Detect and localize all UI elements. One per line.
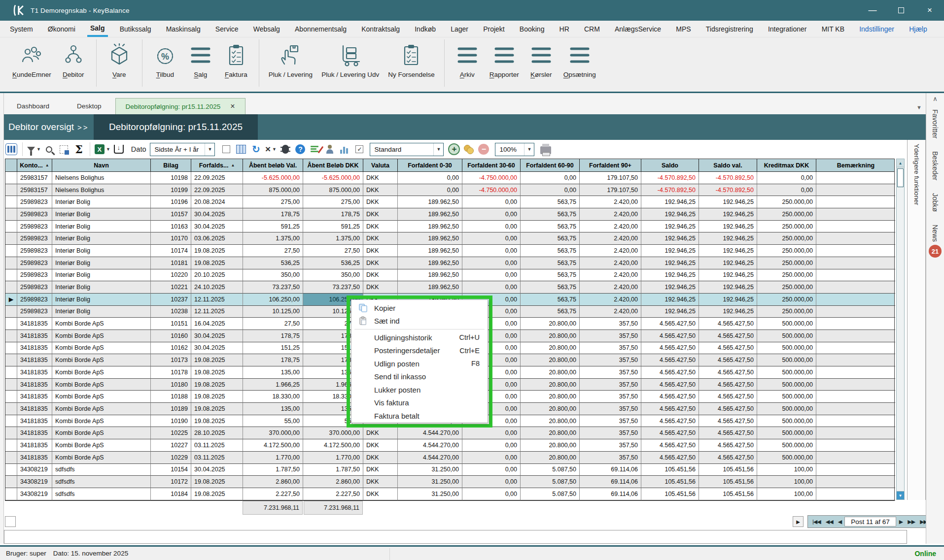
cell-f0_30[interactable]: 189.962,50 [398,281,462,294]
cell-f90[interactable]: 2.420,00 [580,294,641,306]
cell-konto[interactable]: 25983157 [17,184,52,197]
cell-bem[interactable] [816,208,895,221]
cell-bem[interactable] [816,403,895,415]
menu-item-tidsregistrering[interactable]: Tidsregistrering [703,21,756,37]
cell-abent_val[interactable]: 275,00 [243,196,303,208]
cell-konto[interactable]: 25989823 [17,232,52,245]
cell-saldo[interactable]: 192.946,25 [641,294,699,306]
zoom-select[interactable]: 100% ▼ [495,143,534,156]
row-selector-cell[interactable] [5,196,17,208]
menu-item-booking[interactable]: Booking [517,21,548,37]
cell-forfalds[interactable]: 19.08.2025 [191,415,243,428]
cell-navn[interactable]: Kombi Borde ApS [52,354,151,366]
cell-f30_60[interactable]: 0,00 [462,269,521,282]
cell-bilag[interactable]: 10196 [151,196,191,208]
cell-kreditmax[interactable]: 500.000,00 [757,379,816,391]
table-row[interactable]: 34308219sdfsdfs1015430.04.20251.787,501.… [5,464,894,476]
column-header-forfalds[interactable]: Forfalds...▲ [191,159,243,171]
cell-f0_30[interactable]: 189.962,50 [398,196,462,208]
table-row[interactable]: 34181835Kombi Borde ApS1022703.11.20254.… [5,439,894,452]
menu-item-integrationer[interactable]: Integrationer [765,21,810,37]
cell-f60_90[interactable]: 563,75 [521,196,580,208]
cell-f60_90[interactable]: 563,75 [521,208,580,221]
apply-checkbox[interactable]: ✓ [353,142,366,156]
cell-saldo[interactable]: 4.565.427,50 [641,379,699,391]
cell-bem[interactable] [816,476,895,488]
cell-navn[interactable]: Interiør Bolig [52,196,151,208]
cell-f90[interactable]: 69.114,06 [580,464,641,476]
tab-desktop[interactable]: Desktop [63,98,115,114]
table-row[interactable]: 25983157Nielsens Bolighus1019922.09.2025… [5,184,894,197]
column-header-bemærkning[interactable]: Bemærkning [816,159,895,171]
cell-saldo[interactable]: 4.565.427,50 [641,452,699,464]
cell-kreditmax[interactable]: 500.000,00 [757,318,816,330]
menu-item-projekt[interactable]: Projekt [480,21,508,37]
cell-konto[interactable]: 34181835 [17,379,52,391]
remove-button[interactable]: − [477,142,490,156]
cell-navn[interactable]: Kombi Borde ApS [52,439,151,452]
context-menu-item-faktura-betalt[interactable]: Faktura betalt [351,409,488,423]
side-tab-news[interactable]: News21 [929,225,942,258]
print-button[interactable] [539,142,552,156]
cell-saldo[interactable]: -4.570.892,50 [641,172,699,184]
cell-bilag[interactable]: 10190 [151,415,191,428]
cell-abent_val[interactable]: 370.000,00 [243,427,303,439]
menu-item-crm[interactable]: CRM [581,21,603,37]
toolbar-button-debitor[interactable]: Debitor [60,41,87,78]
cell-abent_val[interactable]: 27,50 [243,318,303,330]
cell-abent_val[interactable]: 4.172.500,00 [243,439,303,452]
export-contact-button[interactable] [323,142,336,156]
toolbar-button-tilbud[interactable]: %Tilbud [152,41,178,78]
cell-f60_90[interactable]: 20.800,00 [521,342,580,355]
cell-abent_dkk[interactable]: 2.227,50 [303,488,363,500]
cell-f30_60[interactable]: 0,00 [462,257,521,269]
side-tab-favoritter[interactable]: Favoritter [931,109,939,138]
cell-bilag[interactable]: 10173 [151,354,191,366]
row-selector-cell[interactable] [5,366,17,379]
cell-f60_90[interactable]: 20.800,00 [521,403,580,415]
cell-f0_30[interactable]: 189.962,50 [398,245,462,257]
cell-bem[interactable] [816,439,895,452]
cell-f60_90[interactable]: 20.800,00 [521,330,580,342]
row-selector-cell[interactable] [5,257,17,269]
menu-item-websalg[interactable]: Websalg [250,21,283,37]
table-row[interactable]: 25989823Interiør Bolig1022124.10.202573.… [5,281,894,294]
row-selector-cell[interactable] [5,281,17,294]
cell-f60_90[interactable]: 5.087,50 [521,476,580,488]
cell-saldo[interactable]: 4.565.427,50 [641,354,699,366]
filter-button[interactable]: ▼ [27,142,41,156]
cell-konto[interactable]: 34181835 [17,354,52,366]
cell-f90[interactable]: 357,50 [580,354,641,366]
cell-kreditmax[interactable]: 250.000,00 [757,281,816,294]
column-header-åbent-beløb-dkk[interactable]: Åbent Beløb DKK [303,159,363,171]
toolbar-button-ny-forsendelse[interactable]: Ny Forsendelse [388,41,435,78]
cell-abent_val[interactable]: 591,25 [243,221,303,233]
breadcrumb-parent[interactable]: Debitor oversigt [8,114,74,140]
cell-saldo[interactable]: 192.946,25 [641,269,699,282]
toolbar-button-opsætning[interactable]: Opsætning [563,41,596,78]
cell-f30_60[interactable]: 0,00 [462,232,521,245]
cell-f90[interactable]: 357,50 [580,318,641,330]
cell-f30_60[interactable]: 0,00 [462,245,521,257]
cell-navn[interactable]: Nielsens Bolighus [52,172,151,184]
cell-valuta[interactable]: DKK [363,269,398,282]
cell-f90[interactable]: 357,50 [580,403,641,415]
cell-konto[interactable]: 25989823 [17,281,52,294]
column-header-åbent-beløb-val[interactable]: Åbent beløb Val. [243,159,303,171]
cell-kreditmax[interactable]: 500.000,00 [757,354,816,366]
cell-f90[interactable]: 2.420,00 [580,221,641,233]
cell-navn[interactable]: Kombi Borde ApS [52,366,151,379]
cell-forfalds[interactable]: 16.04.2025 [191,318,243,330]
cell-bem[interactable] [816,269,895,282]
cell-abent_val[interactable]: 73.237,50 [243,281,303,294]
row-selector-cell[interactable] [5,391,17,403]
cell-saldo_val[interactable]: 192.946,25 [699,232,757,245]
cell-kreditmax[interactable]: 250.000,00 [757,208,816,221]
cell-abent_val[interactable]: 135,00 [243,403,303,415]
column-header-forfaldent-60-90[interactable]: Forfaldent 60-90 [521,159,580,171]
cell-valuta[interactable]: DKK [363,281,398,294]
table-row[interactable]: 25989823Interiør Bolig1016330.04.2025591… [5,221,894,233]
cell-bilag[interactable]: 10151 [151,318,191,330]
cell-kreditmax[interactable]: 500.000,00 [757,439,816,452]
cell-valuta[interactable]: DKK [363,208,398,221]
